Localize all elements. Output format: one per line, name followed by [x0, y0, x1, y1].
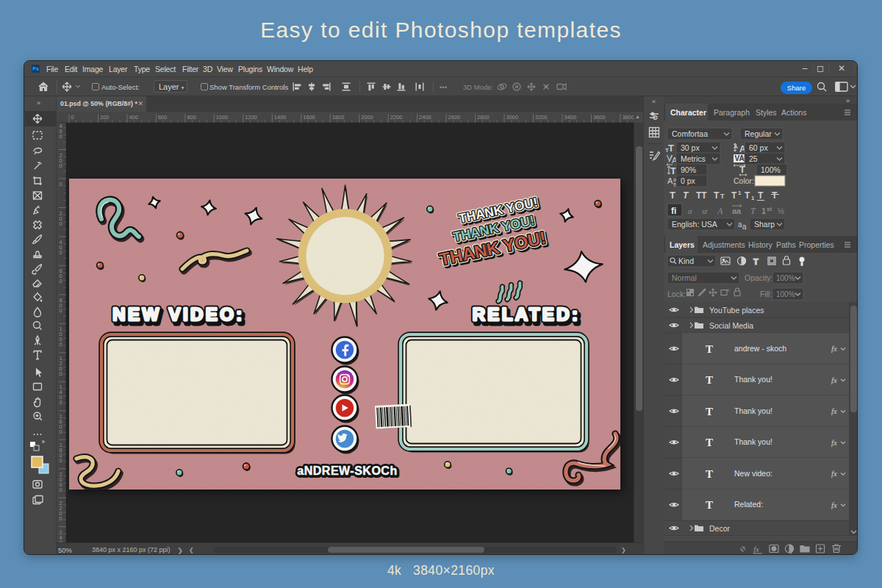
svg-text:VA: VA	[735, 154, 745, 162]
svg-text:T: T	[745, 190, 750, 201]
svg-text:Fill:: Fill:	[760, 290, 772, 298]
svg-text:0: 0	[60, 249, 62, 256]
svg-text:200: 200	[100, 114, 110, 121]
svg-text:History: History	[748, 240, 772, 249]
svg-text:T: T	[706, 468, 713, 480]
svg-text:2600: 2600	[448, 114, 461, 121]
svg-text:1: 1	[761, 207, 766, 215]
svg-text:Regular: Regular	[745, 129, 772, 138]
svg-text:T: T	[670, 165, 676, 176]
svg-text:0: 0	[60, 162, 62, 169]
svg-text:st: st	[702, 207, 708, 215]
svg-text:0: 0	[60, 278, 62, 284]
svg-text:100%: 100%	[761, 165, 781, 174]
svg-text:fx: fx	[831, 438, 837, 447]
svg-text:0: 0	[60, 181, 62, 187]
svg-text:T: T	[758, 190, 764, 201]
svg-text:1000: 1000	[216, 114, 229, 121]
svg-text:Kind: Kind	[678, 257, 694, 265]
svg-text:600: 600	[158, 114, 168, 121]
svg-text:Opacity:: Opacity:	[745, 273, 773, 282]
svg-text:fx: fx	[831, 376, 837, 384]
svg-text:25: 25	[749, 154, 758, 163]
svg-text:YouTube places: YouTube places	[709, 306, 764, 315]
svg-text:1800: 1800	[332, 114, 345, 121]
svg-text:a: a	[742, 223, 747, 231]
svg-text:aa: aa	[732, 207, 742, 215]
svg-text:Color:: Color:	[734, 176, 754, 185]
svg-text:Styles: Styles	[756, 108, 777, 117]
svg-text:0: 0	[60, 515, 62, 522]
svg-text:T: T	[706, 406, 713, 417]
svg-text:fx: fx	[831, 406, 837, 415]
svg-text:fx: fx	[831, 469, 837, 478]
svg-text:Decor: Decor	[709, 524, 731, 533]
svg-text:fx: fx	[831, 344, 837, 353]
svg-text:Actions: Actions	[781, 108, 806, 117]
svg-text:T: T	[706, 343, 713, 355]
svg-text:T: T	[706, 374, 713, 386]
svg-text:3600: 3600	[593, 114, 606, 121]
svg-text:σ: σ	[688, 207, 692, 215]
svg-text:»: »	[846, 97, 850, 104]
svg-text:0: 0	[60, 457, 62, 464]
svg-text:0: 0	[60, 399, 62, 406]
svg-text:90%: 90%	[681, 165, 696, 174]
svg-text:3000: 3000	[506, 114, 519, 121]
svg-text:T: T	[720, 193, 725, 200]
svg-text:1200: 1200	[245, 114, 257, 121]
svg-text:Thank you!: Thank you!	[734, 437, 772, 446]
svg-text:3800: 3800	[622, 114, 634, 121]
svg-text:»: »	[37, 99, 40, 107]
svg-text:½: ½	[778, 207, 784, 215]
svg-text:TT: TT	[696, 190, 707, 201]
svg-text:Paragraph: Paragraph	[714, 108, 750, 117]
svg-text:T: T	[739, 164, 745, 175]
svg-text:2000: 2000	[361, 114, 373, 121]
svg-text:100%: 100%	[776, 274, 795, 282]
svg-text:Paths: Paths	[776, 240, 796, 249]
svg-text:Normal: Normal	[672, 273, 697, 282]
svg-text:fx: fx	[753, 545, 759, 553]
svg-text:A: A	[717, 206, 723, 216]
svg-text:0: 0	[60, 341, 62, 348]
svg-text:0 px: 0 px	[681, 176, 696, 185]
svg-text:Related:: Related:	[734, 500, 763, 509]
svg-text:A: A	[667, 176, 673, 185]
svg-text:0: 0	[71, 114, 74, 121]
svg-text:Lock:: Lock:	[667, 290, 686, 298]
svg-text:New video:: New video:	[734, 469, 772, 478]
svg-text:T: T	[731, 190, 737, 201]
svg-text:fx: fx	[831, 501, 837, 509]
svg-text:0: 0	[60, 220, 62, 227]
svg-text:T: T	[668, 143, 674, 154]
svg-text:st: st	[767, 206, 772, 212]
svg-text:3200: 3200	[535, 114, 548, 121]
svg-text:T: T	[706, 437, 713, 448]
svg-text:English: USA: English: USA	[672, 220, 717, 229]
svg-text:0: 0	[60, 370, 62, 377]
svg-text:3400: 3400	[564, 114, 577, 121]
svg-text:1: 1	[751, 195, 755, 201]
svg-text:T: T	[714, 190, 720, 201]
svg-text:60 px: 60 px	[749, 143, 768, 152]
svg-text:T: T	[706, 499, 713, 511]
svg-text:Comfortaa: Comfortaa	[672, 129, 708, 138]
svg-text:T: T	[665, 147, 669, 154]
svg-text:1: 1	[738, 190, 742, 196]
svg-text:Social Media: Social Media	[709, 321, 753, 330]
svg-text:Adjustments: Adjustments	[703, 240, 745, 249]
svg-text:Thank you!: Thank you!	[734, 406, 772, 415]
svg-text:0: 0	[60, 133, 62, 140]
svg-text:2400: 2400	[419, 114, 431, 121]
svg-text:0: 0	[60, 487, 62, 493]
svg-text:T: T	[753, 257, 759, 266]
svg-text:T: T	[670, 190, 675, 201]
svg-text:Properties: Properties	[799, 240, 834, 249]
svg-text:30 px: 30 px	[681, 143, 700, 152]
svg-text:0: 0	[60, 429, 62, 435]
svg-text:Sharp: Sharp	[754, 220, 775, 229]
svg-text:andrew - skoch: andrew - skoch	[734, 344, 786, 353]
svg-text:T: T	[772, 190, 778, 201]
svg-text:Metrics: Metrics	[681, 154, 706, 163]
